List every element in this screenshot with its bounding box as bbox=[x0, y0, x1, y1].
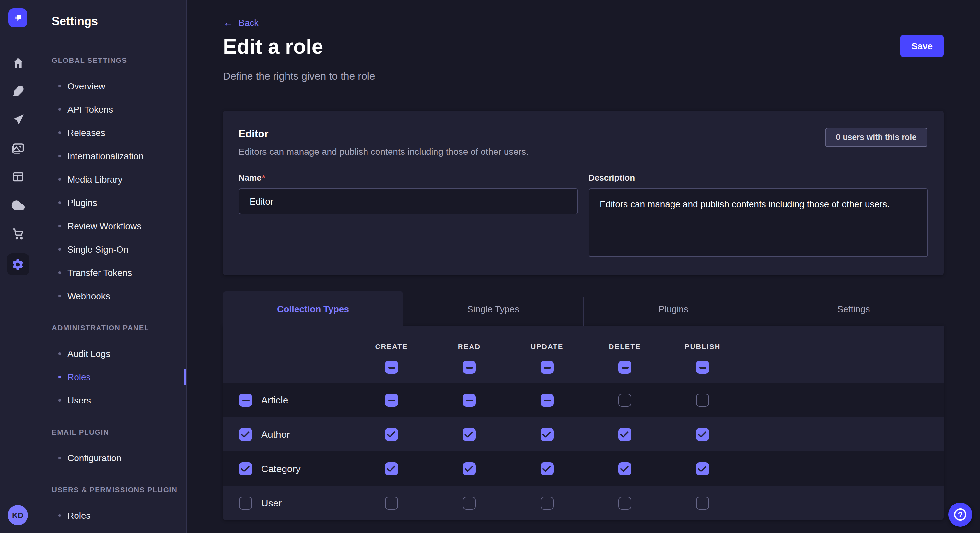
subnav-item-plugins[interactable]: Plugins bbox=[36, 191, 186, 214]
subnav-title: Settings bbox=[52, 14, 186, 29]
strapi-logo-icon bbox=[8, 8, 27, 27]
author-create-checkbox[interactable] bbox=[385, 428, 398, 441]
help-button[interactable]: ? bbox=[948, 503, 972, 527]
permissions-table: CREATE READ UPDATE DELETE bbox=[223, 326, 944, 520]
bullet-icon bbox=[58, 108, 61, 111]
section-heading-administration-panel: ADMINISTRATION PANEL bbox=[52, 323, 186, 332]
tab-collection-types[interactable]: Collection Types bbox=[223, 292, 403, 326]
author-update-checkbox[interactable] bbox=[541, 428, 554, 441]
author-read-checkbox[interactable] bbox=[463, 428, 476, 441]
column-delete-label: DELETE bbox=[609, 343, 641, 351]
app-window: KD Settings GLOBAL SETTINGS Overview API… bbox=[0, 0, 980, 533]
column-create: CREATE bbox=[353, 326, 430, 383]
user-publish-checkbox[interactable] bbox=[696, 497, 709, 510]
subnav-item-webhooks[interactable]: Webhooks bbox=[36, 284, 186, 308]
category-row-checkbox[interactable] bbox=[239, 462, 252, 475]
name-field-label: Name* bbox=[239, 173, 266, 183]
subnav-item-configuration[interactable]: Configuration bbox=[36, 446, 186, 470]
bullet-icon bbox=[58, 399, 61, 401]
table-row-article: Article bbox=[223, 383, 944, 417]
subnav-item-audit-logs[interactable]: Audit Logs bbox=[36, 342, 186, 365]
article-delete-checkbox[interactable] bbox=[618, 394, 631, 407]
select-all-delete-checkbox[interactable] bbox=[618, 361, 631, 374]
subnav-item-releases[interactable]: Releases bbox=[36, 121, 186, 144]
tab-settings[interactable]: Settings bbox=[764, 292, 944, 326]
subnav-item-up-roles[interactable]: Roles bbox=[36, 504, 186, 527]
tab-single-types[interactable]: Single Types bbox=[403, 292, 583, 326]
user-row-checkbox[interactable] bbox=[239, 497, 252, 510]
page-title: Edit a role bbox=[223, 37, 944, 56]
bullet-icon bbox=[58, 514, 61, 517]
author-delete-checkbox[interactable] bbox=[618, 428, 631, 441]
subnav-item-media-library[interactable]: Media Library bbox=[36, 168, 186, 191]
column-update: UPDATE bbox=[508, 326, 586, 383]
user-update-checkbox[interactable] bbox=[541, 497, 554, 510]
bullet-icon bbox=[58, 201, 61, 204]
tab-plugins[interactable]: Plugins bbox=[583, 292, 764, 326]
bullet-icon bbox=[58, 248, 61, 251]
layout-icon[interactable] bbox=[0, 163, 36, 191]
subnav-item-label: Releases bbox=[67, 128, 105, 138]
article-update-checkbox[interactable] bbox=[541, 394, 554, 407]
rail-icon-list bbox=[0, 49, 36, 281]
select-all-update-checkbox[interactable] bbox=[541, 361, 554, 374]
description-textarea[interactable]: Editors can manage and publish contents … bbox=[589, 189, 928, 257]
header-spacer bbox=[223, 326, 353, 383]
subnav-item-users[interactable]: Users bbox=[36, 389, 186, 412]
cloud-icon[interactable] bbox=[0, 191, 36, 219]
subnav-item-label: Roles bbox=[67, 372, 91, 382]
subnav-item-api-tokens[interactable]: API Tokens bbox=[36, 98, 186, 121]
category-delete-checkbox[interactable] bbox=[618, 462, 631, 475]
article-row-checkbox[interactable] bbox=[239, 394, 252, 407]
column-publish: PUBLISH bbox=[664, 326, 741, 383]
column-read: READ bbox=[430, 326, 508, 383]
paper-plane-icon[interactable] bbox=[0, 106, 36, 134]
bullet-icon bbox=[58, 457, 61, 459]
article-publish-checkbox[interactable] bbox=[696, 394, 709, 407]
select-all-create-checkbox[interactable] bbox=[385, 361, 398, 374]
category-read-checkbox[interactable] bbox=[463, 462, 476, 475]
name-input[interactable] bbox=[239, 189, 578, 215]
select-all-publish-checkbox[interactable] bbox=[696, 361, 709, 374]
subnav-item-label: Roles bbox=[67, 510, 91, 521]
section-users-permissions-plugin: Roles Providers bbox=[36, 504, 186, 533]
back-link[interactable]: ← Back bbox=[223, 17, 259, 28]
media-library-icon[interactable] bbox=[0, 134, 36, 163]
column-create-label: CREATE bbox=[375, 343, 408, 351]
save-button[interactable]: Save bbox=[900, 35, 944, 57]
select-all-read-checkbox[interactable] bbox=[463, 361, 476, 374]
subnav-item-review-workflows[interactable]: Review Workflows bbox=[36, 214, 186, 238]
subnav-item-single-sign-on[interactable]: Single Sign-On bbox=[36, 238, 186, 261]
back-label: Back bbox=[239, 17, 259, 28]
user-create-checkbox[interactable] bbox=[385, 497, 398, 510]
subnav-item-up-providers[interactable]: Providers bbox=[36, 527, 186, 533]
article-read-checkbox[interactable] bbox=[463, 394, 476, 407]
strapi-logo-button[interactable] bbox=[0, 0, 36, 36]
back-arrow-icon: ← bbox=[223, 17, 233, 28]
subnav-item-transfer-tokens[interactable]: Transfer Tokens bbox=[36, 261, 186, 284]
subnav-item-roles-active[interactable]: Roles bbox=[36, 365, 186, 389]
section-heading-global-settings: GLOBAL SETTINGS bbox=[52, 56, 186, 65]
subnav-item-label: Webhooks bbox=[67, 291, 110, 301]
subnav-item-overview[interactable]: Overview bbox=[36, 75, 186, 98]
user-delete-checkbox[interactable] bbox=[618, 497, 631, 510]
author-row-checkbox[interactable] bbox=[239, 428, 252, 441]
user-avatar[interactable]: KD bbox=[8, 505, 28, 525]
feather-pen-icon[interactable] bbox=[0, 77, 36, 106]
author-publish-checkbox[interactable] bbox=[696, 428, 709, 441]
category-create-checkbox[interactable] bbox=[385, 462, 398, 475]
user-read-checkbox[interactable] bbox=[463, 497, 476, 510]
bullet-icon bbox=[58, 271, 61, 274]
description-field-label: Description bbox=[589, 173, 635, 183]
settings-gear-icon[interactable] bbox=[0, 248, 36, 281]
category-update-checkbox[interactable] bbox=[541, 462, 554, 475]
subnav-item-internationalization[interactable]: Internationalization bbox=[36, 144, 186, 168]
role-details-card: Editor Editors can manage and publish co… bbox=[223, 111, 944, 276]
users-with-role-button[interactable]: 0 users with this role bbox=[825, 128, 928, 148]
author-row-label: Author bbox=[261, 429, 290, 440]
subnav-item-label: Review Workflows bbox=[67, 221, 141, 231]
home-icon[interactable] bbox=[0, 49, 36, 77]
article-create-checkbox[interactable] bbox=[385, 394, 398, 407]
category-publish-checkbox[interactable] bbox=[696, 462, 709, 475]
shopping-cart-icon[interactable] bbox=[0, 219, 36, 248]
